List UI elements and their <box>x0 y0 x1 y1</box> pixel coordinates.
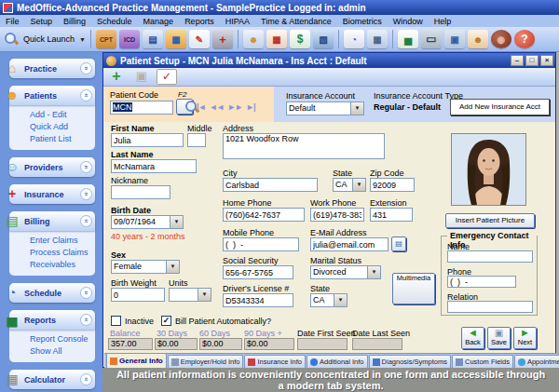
email-input[interactable] <box>310 237 389 251</box>
patient-search-button[interactable] <box>176 99 193 115</box>
mobile-phone-input[interactable] <box>223 237 299 251</box>
save-button[interactable]: ▣ Save <box>487 327 511 349</box>
chevron-down-icon[interactable]: ▼ <box>350 102 363 115</box>
superbill-icon[interactable]: $ <box>290 30 310 48</box>
tab-custom-fields[interactable]: Custom Fields <box>452 355 513 368</box>
tab-diagnosis-symptoms[interactable]: Diagnosis/Symptoms <box>369 355 451 368</box>
verify-icon[interactable]: ✓ <box>157 69 177 85</box>
sidebar-header-providers[interactable]: ☺ Providers » <box>9 157 95 177</box>
chevron-down-icon[interactable]: ▼ <box>170 216 183 228</box>
search-icon[interactable] <box>4 32 19 47</box>
network-icon[interactable]: ▣ <box>444 30 465 48</box>
home-phone-input[interactable] <box>223 208 305 222</box>
chevron-down-icon[interactable]: » <box>80 287 92 299</box>
state-select[interactable]: CA▼ <box>333 178 366 192</box>
menu-time-attendance[interactable]: Time & Attendance <box>255 17 337 26</box>
sidebar-item-enter-claims[interactable]: Enter Claims <box>30 236 95 246</box>
tab-additional-info[interactable]: Additional Info <box>307 355 368 368</box>
tab-insurance-info[interactable]: Insurance Info <box>244 355 306 368</box>
time-report-icon[interactable]: ◔ <box>344 30 364 48</box>
sidebar-header-insurance[interactable]: + Insurance » <box>9 184 95 204</box>
extension-input[interactable] <box>370 208 413 222</box>
first-record-button[interactable]: |◄ <box>197 102 205 112</box>
chevron-up-icon[interactable]: « <box>80 89 92 101</box>
menu-reports[interactable]: Reports <box>179 17 220 26</box>
sidebar-header-schedule[interactable]: ◔ Schedule » <box>9 283 95 303</box>
insurance-account-select[interactable]: Default▼ <box>286 101 364 115</box>
menu-help[interactable]: Help <box>429 17 457 26</box>
units-select[interactable]: ▼ <box>169 288 211 302</box>
schedule-calculator-icon[interactable]: ▦ <box>367 30 388 48</box>
patient-code-input[interactable]: MCN <box>110 101 173 115</box>
patient-folder-icon[interactable]: ▦ <box>166 30 186 48</box>
chevron-down-icon[interactable]: ▼ <box>367 266 380 278</box>
emergency-name-input[interactable] <box>447 250 533 263</box>
first-name-input[interactable] <box>111 133 184 147</box>
sidebar-item-receivables[interactable]: Receivables <box>30 260 95 270</box>
next-record-button[interactable]: ►► <box>227 102 242 112</box>
multimedia-button[interactable]: Multimedia <box>392 273 435 304</box>
add-patient-button[interactable]: + <box>106 69 127 85</box>
emergency-phone-input[interactable] <box>447 276 516 288</box>
nickname-input[interactable] <box>111 185 170 199</box>
last-name-input[interactable] <box>111 159 197 173</box>
sidebar-header-patients[interactable]: ☻ Patients « <box>9 86 95 105</box>
close-button[interactable]: × <box>540 55 553 66</box>
chevron-up-icon[interactable]: « <box>80 215 92 227</box>
minimize-button[interactable]: – <box>511 55 524 66</box>
menu-window[interactable]: Window <box>388 17 429 26</box>
add-new-insurance-button[interactable]: Add New Insurance Acct <box>450 99 550 115</box>
sex-select[interactable]: Female▼ <box>111 260 180 274</box>
drivers-license-input[interactable] <box>223 293 293 307</box>
sidebar-item-show-all[interactable]: Show All <box>30 346 95 357</box>
menu-setup[interactable]: Setup <box>25 17 59 26</box>
notes-icon[interactable]: ✎ <box>189 30 210 48</box>
monitor-icon[interactable]: ▭ <box>421 30 442 48</box>
tab-general-info[interactable]: General Info <box>106 353 167 368</box>
chevron-up-icon[interactable]: « <box>80 314 92 326</box>
quick-launch-label[interactable]: Quick Launch <box>23 34 75 44</box>
insert-patient-picture-button[interactable]: Insert Patient Picture <box>445 213 535 228</box>
sidebar-header-practice[interactable]: ⌂ Practice » <box>9 59 95 78</box>
icd-codes-icon[interactable]: ICD <box>119 30 140 48</box>
back-button[interactable]: ◄ Back <box>461 327 484 349</box>
middle-input[interactable] <box>187 133 206 147</box>
previous-record-button[interactable]: ◄◄ <box>209 102 224 112</box>
chevron-down-icon[interactable]: ▼ <box>334 294 347 306</box>
referral-icon[interactable]: ☻ <box>243 30 264 48</box>
patient-record-icon[interactable]: ▤ <box>143 30 163 48</box>
next-button[interactable]: ► Next <box>513 327 537 349</box>
billing-calendar-icon[interactable]: ▦ <box>266 30 287 48</box>
sidebar-item-add-edit[interactable]: Add - Edit <box>30 110 95 120</box>
biometrics-icon[interactable]: ◉ <box>491 30 511 48</box>
menu-manage[interactable]: Manage <box>138 17 180 26</box>
help-icon[interactable]: ? <box>514 30 535 48</box>
last-record-button[interactable]: ►| <box>246 102 254 112</box>
chevron-down-icon[interactable]: » <box>80 188 92 200</box>
emergency-relation-input[interactable] <box>447 301 533 313</box>
address-input[interactable]: 1021 Woodfox Row <box>223 133 385 159</box>
menu-biometrics[interactable]: Biometrics <box>337 17 388 26</box>
menu-schedule[interactable]: Schedule <box>91 17 138 26</box>
chevron-down-icon[interactable]: ▼ <box>352 179 365 191</box>
reports-chart-icon[interactable]: ▅ <box>398 30 418 48</box>
city-input[interactable] <box>223 178 318 192</box>
sidebar-header-billing[interactable]: ▤ Billing « <box>9 211 95 231</box>
chevron-down-icon[interactable]: ▼ <box>198 289 211 301</box>
image-editor-icon[interactable]: ▧ <box>313 30 334 48</box>
tab-employer-hold-info[interactable]: Employer/Hold Info <box>168 355 244 368</box>
chevron-down-icon[interactable]: » <box>80 161 92 173</box>
maximize-button[interactable]: □ <box>525 55 539 66</box>
patients-icon[interactable]: ☻ <box>468 30 488 48</box>
sidebar-header-reports[interactable]: ▅ Reports « <box>9 310 95 330</box>
cpt-codes-icon[interactable]: CPT <box>96 30 116 48</box>
sidebar-item-quick-add[interactable]: Quick Add <box>30 122 95 132</box>
medical-case-icon[interactable]: + <box>212 30 233 48</box>
sidebar-item-process-claims[interactable]: Process Claims <box>30 248 95 258</box>
menu-hipaa[interactable]: HIPAA <box>220 17 255 26</box>
tab-appointments[interactable]: Appointments <box>514 355 559 368</box>
social-security-input[interactable] <box>223 265 293 279</box>
dl-state-select[interactable]: CA▼ <box>310 293 348 307</box>
work-phone-input[interactable] <box>310 208 364 222</box>
send-email-icon[interactable]: ▤ <box>391 237 406 251</box>
